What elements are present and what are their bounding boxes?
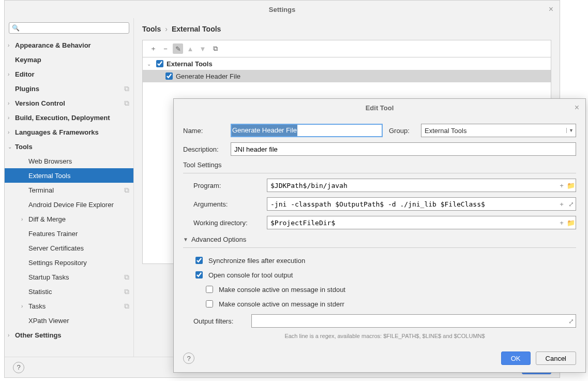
chevron-icon: ›: [8, 115, 13, 121]
edit-tool-dialog: Edit Tool × Name: Generate Header File G…: [173, 98, 586, 373]
sidebar-item-label: Plugins: [15, 85, 124, 93]
tool-settings-label: Tool Settings: [183, 161, 576, 169]
sidebar-item-external-tools[interactable]: External Tools: [5, 168, 133, 183]
add-icon[interactable]: ＋: [148, 43, 158, 54]
program-input[interactable]: + 📁: [267, 179, 576, 192]
sidebar-item-web-browsers[interactable]: Web Browsers: [5, 154, 133, 168]
sidebar-item-startup-tasks[interactable]: Startup Tasks⧉: [5, 270, 133, 284]
expand-icon[interactable]: ⤢: [566, 200, 576, 208]
sidebar-item-keymap[interactable]: Keymap: [5, 52, 133, 67]
console-checkbox[interactable]: [195, 271, 203, 279]
desc-label: Description:: [183, 145, 224, 153]
advanced-toggle[interactable]: ▼ Advanced Options: [183, 236, 576, 243]
breadcrumb: Tools › External Tools: [134, 18, 560, 35]
tool-row[interactable]: ⌄External Tools: [143, 57, 551, 70]
stderr-label: Make console active on message in stderr: [219, 300, 344, 308]
sidebar-item-label: Statistic: [28, 288, 124, 296]
sidebar-item-label: Build, Execution, Deployment: [15, 114, 129, 122]
sidebar-item-appearance-behavior[interactable]: ›Appearance & Behavior: [5, 38, 133, 52]
filters-input[interactable]: ⤢: [251, 314, 576, 328]
sidebar-item-label: Settings Repository: [28, 259, 129, 267]
sidebar-item-server-certificates[interactable]: Server Certificates: [5, 241, 133, 255]
sidebar-item-diff-merge[interactable]: ›Diff & Merge: [5, 212, 133, 226]
search-input[interactable]: [9, 22, 129, 34]
chevron-icon: ›: [21, 216, 26, 222]
sidebar-item-languages-frameworks[interactable]: ›Languages & Frameworks: [5, 125, 133, 139]
expand-icon[interactable]: ⤢: [566, 317, 576, 325]
settings-titlebar: Settings ×: [5, 1, 560, 18]
sidebar-item-tools[interactable]: ⌄Tools: [5, 139, 133, 154]
dialog-help-icon[interactable]: ?: [183, 353, 194, 364]
project-badge-icon: ⧉: [124, 302, 129, 311]
project-badge-icon: ⧉: [124, 287, 129, 296]
sidebar-item-settings-repository[interactable]: Settings Repository: [5, 255, 133, 270]
workdir-input[interactable]: + 📁: [267, 216, 576, 229]
sidebar-item-label: XPath Viewer: [28, 317, 129, 325]
sync-label: Synchronize files after execution: [208, 257, 305, 265]
tool-label: External Tools: [167, 60, 213, 68]
sidebar: 🔍 ›Appearance & BehaviorKeymap›EditorPlu…: [5, 18, 134, 357]
dialog-cancel-button[interactable]: Cancel: [536, 351, 576, 365]
edit-icon[interactable]: ✎: [173, 43, 183, 54]
sidebar-item-android-device-file-explorer[interactable]: Android Device File Explorer: [5, 197, 133, 212]
copy-icon[interactable]: ⧉: [210, 43, 220, 54]
project-badge-icon: ⧉: [124, 99, 129, 108]
sync-checkbox[interactable]: [195, 257, 203, 264]
dialog-close-icon[interactable]: ×: [575, 103, 579, 112]
dialog-title: Edit Tool: [366, 104, 394, 112]
filters-hint: Each line is a regex, available macros: …: [193, 333, 576, 339]
sidebar-item-label: Tasks: [28, 302, 124, 310]
breadcrumb-current: External Tools: [172, 25, 221, 33]
down-icon[interactable]: ▼: [198, 43, 208, 54]
plus-icon[interactable]: +: [557, 182, 566, 189]
dialog-titlebar: Edit Tool ×: [174, 99, 585, 116]
sidebar-item-label: External Tools: [28, 172, 129, 180]
sidebar-item-xpath-viewer[interactable]: XPath Viewer: [5, 313, 133, 328]
folder-icon[interactable]: 📁: [566, 219, 576, 227]
group-label: Group:: [389, 127, 415, 135]
folder-icon[interactable]: 📁: [566, 182, 576, 189]
stderr-checkbox[interactable]: [206, 300, 213, 307]
project-badge-icon: ⧉: [124, 273, 129, 282]
help-icon[interactable]: ?: [13, 362, 24, 373]
chevron-down-icon[interactable]: ▼: [566, 128, 576, 133]
desc-input[interactable]: [231, 142, 576, 156]
stdout-checkbox[interactable]: [206, 286, 213, 293]
arguments-label: Arguments:: [193, 200, 261, 208]
sidebar-item-version-control[interactable]: ›Version Control⧉: [5, 96, 133, 110]
sidebar-item-other-settings[interactable]: ›Other Settings: [5, 328, 133, 342]
dialog-footer: ? OK Cancel: [174, 346, 585, 372]
remove-icon[interactable]: −: [160, 43, 171, 54]
sidebar-item-label: Android Device File Explorer: [28, 201, 129, 209]
breadcrumb-sep: ›: [165, 25, 168, 33]
arguments-input[interactable]: + ⤢: [267, 197, 576, 211]
chevron-icon: ›: [8, 129, 13, 135]
plus-icon[interactable]: +: [557, 219, 566, 227]
up-icon[interactable]: ▲: [185, 43, 195, 54]
sidebar-item-tasks[interactable]: ›Tasks⧉: [5, 299, 133, 313]
breadcrumb-parent[interactable]: Tools: [142, 25, 161, 33]
sidebar-item-label: Appearance & Behavior: [15, 41, 129, 49]
tool-checkbox[interactable]: [165, 72, 173, 80]
plus-icon[interactable]: +: [557, 200, 566, 208]
sidebar-item-editor[interactable]: ›Editor: [5, 67, 133, 81]
sidebar-item-label: Terminal: [28, 186, 124, 194]
workdir-label: Working directory:: [193, 219, 261, 227]
sidebar-item-label: Keymap: [15, 56, 129, 64]
tool-row[interactable]: Generate Header File: [143, 70, 551, 82]
sidebar-tree: ›Appearance & BehaviorKeymap›EditorPlugi…: [5, 38, 133, 357]
close-icon[interactable]: ×: [549, 5, 553, 14]
tool-checkbox[interactable]: [156, 60, 163, 67]
name-label: Name:: [183, 127, 224, 135]
group-combo[interactable]: External Tools ▼: [421, 124, 576, 137]
sidebar-item-terminal[interactable]: Terminal⧉: [5, 183, 133, 197]
sidebar-item-label: Startup Tasks: [28, 273, 124, 281]
settings-title: Settings: [269, 6, 295, 13]
name-input[interactable]: Generate Header File: [231, 124, 383, 137]
dialog-ok-button[interactable]: OK: [501, 351, 531, 365]
sidebar-item-plugins[interactable]: Plugins⧉: [5, 81, 133, 96]
sidebar-item-statistic[interactable]: Statistic⧉: [5, 284, 133, 299]
chevron-icon: ›: [8, 100, 13, 106]
sidebar-item-build-execution-deployment[interactable]: ›Build, Execution, Deployment: [5, 110, 133, 125]
sidebar-item-features-trainer[interactable]: Features Trainer: [5, 226, 133, 241]
